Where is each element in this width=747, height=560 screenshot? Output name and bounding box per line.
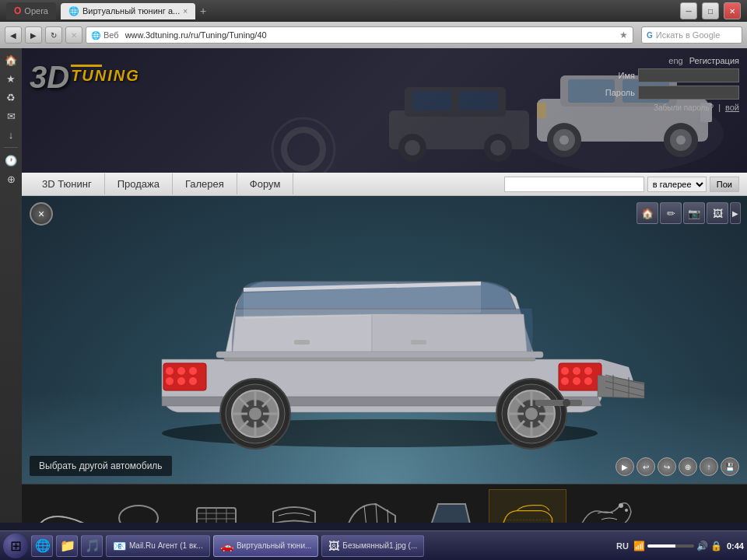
viewer-edit-button[interactable]: ✏ xyxy=(660,202,682,224)
part-packages[interactable]: Пакеты xyxy=(489,489,566,523)
nav-forum[interactable]: Форум xyxy=(237,173,294,194)
tuning-icon: 🚗 xyxy=(220,540,233,552)
part-airbrush[interactable]: Аэрография xyxy=(566,490,644,523)
nav-gallery[interactable]: Галерея xyxy=(173,173,237,194)
tab-opera-label: Opera xyxy=(24,6,48,16)
search-engine-icon: G xyxy=(647,31,653,40)
logo-3d-text: 3D TUNING xyxy=(30,60,140,95)
part-radiator[interactable]: Радиатор xyxy=(177,490,255,523)
svg-point-38 xyxy=(573,377,580,385)
part-air-top-icon xyxy=(267,496,321,523)
part-tint[interactable]: Тонировка стекол xyxy=(411,490,489,523)
search-button[interactable]: Пои xyxy=(710,177,739,192)
username-input[interactable] xyxy=(638,68,739,82)
close-tab-button[interactable]: × xyxy=(183,7,188,16)
viewer-play-button[interactable]: ▶ xyxy=(615,457,634,476)
logo-tuning: TUNING xyxy=(71,67,140,85)
close-window-button[interactable]: ✕ xyxy=(724,2,741,19)
minimize-button[interactable]: ─ xyxy=(680,2,697,19)
viewer-zoom-button[interactable]: ⊕ xyxy=(679,457,697,476)
viewer-share-button[interactable]: ↑ xyxy=(700,457,718,476)
bookmark-icon[interactable]: ★ xyxy=(619,30,628,40)
sidebar-add-icon[interactable]: ⊕ xyxy=(2,170,19,187)
viewer-gallery-button[interactable]: 🖼 xyxy=(707,202,728,224)
browser-navbar: ◀ ▶ ↻ ✕ 🌐 Веб www.3dtuning.ru/ru/Tuning/… xyxy=(0,22,747,48)
back-button[interactable]: ◀ xyxy=(5,26,22,44)
new-tab-button[interactable]: + xyxy=(200,5,206,17)
address-text: www.3dtuning.ru/ru/Tuning/Tuning/40 xyxy=(125,30,267,40)
sidebar-divider xyxy=(4,147,18,148)
close-viewer-button[interactable]: × xyxy=(30,202,53,226)
taskbar-app-mailru[interactable]: 📧 Mail.Ru Агент (1 вк... xyxy=(106,535,210,557)
viewer-save-button[interactable]: 💾 xyxy=(721,457,739,476)
stop-button[interactable]: ✕ xyxy=(65,26,82,44)
tab-opera[interactable]: O Opera xyxy=(6,2,56,19)
register-link[interactable]: Регистрация xyxy=(689,56,739,65)
taskbar-media-icon: 🎵 xyxy=(85,538,100,553)
sidebar-home-icon[interactable]: 🏠 xyxy=(2,51,19,68)
sidebar-downloads-icon[interactable]: ↓ xyxy=(2,126,19,143)
nav-3d-tuning[interactable]: 3D Тюнинг xyxy=(30,173,105,194)
svg-point-28 xyxy=(177,367,185,375)
system-tray: 📶 🔊 🔒 xyxy=(633,541,722,551)
viewer-more-button[interactable]: ▶ xyxy=(730,202,741,224)
reload-button[interactable]: ↻ xyxy=(45,26,62,44)
viewer-camera-button[interactable]: 📷 xyxy=(683,202,705,224)
search-bar[interactable]: G Искать в Google xyxy=(641,26,742,44)
password-row: Пароль xyxy=(605,86,739,100)
website-container: 3D TUNING eng Регистрация Имя Пароль xyxy=(22,48,747,523)
browser-titlebar: O Opera 🌐 Виртуальный тюнинг а... × + ─ … xyxy=(0,0,747,22)
taskbar-app-tuning[interactable]: 🚗 Виртуальный тюни... xyxy=(213,535,318,557)
svg-point-75 xyxy=(119,506,158,523)
sidebar-mail-icon[interactable]: ✉ xyxy=(2,107,19,124)
address-bar[interactable]: 🌐 Веб www.3dtuning.ru/ru/Tuning/Tuning/4… xyxy=(86,26,633,44)
taskbar-quicklaunch-1[interactable]: 🌐 xyxy=(31,535,53,557)
forward-button[interactable]: ▶ xyxy=(25,26,42,44)
site-header: 3D TUNING eng Регистрация Имя Пароль xyxy=(22,48,747,173)
part-mirrors[interactable]: Зеркала xyxy=(100,490,177,523)
taskbar-app-image[interactable]: 🖼 Безымянный1.jpg (... xyxy=(321,535,424,557)
taskbar-app-image-label: Безымянный1.jpg (... xyxy=(342,541,417,550)
volume-slider[interactable] xyxy=(647,544,694,548)
opera-sidebar: 🏠 ★ ♻ ✉ ↓ 🕐 ⊕ xyxy=(0,48,22,523)
car-3d-render xyxy=(100,204,683,453)
svg-rect-73 xyxy=(535,400,582,406)
parts-carousel: Крылья Зеркала xyxy=(22,484,747,523)
tab-active-label: Виртуальный тюнинг а... xyxy=(82,6,180,16)
viewer-home-button[interactable]: 🏠 xyxy=(637,202,658,224)
search-scope-select[interactable]: в галерее xyxy=(647,177,707,192)
tab-active[interactable]: 🌐 Виртуальный тюнинг а... × xyxy=(61,3,195,19)
gallery-search-input[interactable] xyxy=(504,177,644,192)
svg-rect-15 xyxy=(412,91,451,110)
address-prefix: Веб xyxy=(103,30,119,40)
svg-point-22 xyxy=(284,130,323,169)
tab-favicon: 🌐 xyxy=(68,6,79,16)
svg-point-62 xyxy=(525,408,538,420)
svg-rect-25 xyxy=(216,352,543,358)
viewer-rotate-right-button[interactable]: ↪ xyxy=(658,457,676,476)
svg-point-7 xyxy=(559,135,569,145)
viewer-rotate-left-button[interactable]: ↩ xyxy=(637,457,655,476)
svg-rect-72 xyxy=(411,340,426,345)
sidebar-history-icon[interactable]: ♻ xyxy=(2,89,19,106)
logo-3d: 3D xyxy=(30,60,69,95)
forgot-password-link[interactable]: Забыли пароль? xyxy=(654,103,714,112)
start-button[interactable]: ⊞ xyxy=(3,534,28,558)
login-link[interactable]: вой xyxy=(725,103,739,112)
maximize-button[interactable]: □ xyxy=(702,2,719,19)
sidebar-bookmarks-icon[interactable]: ★ xyxy=(2,70,19,87)
nav-sales[interactable]: Продажа xyxy=(105,173,173,194)
svg-rect-12 xyxy=(537,103,546,118)
password-input[interactable] xyxy=(638,86,739,100)
taskbar-quicklaunch-3[interactable]: 🎵 xyxy=(81,535,103,557)
svg-point-18 xyxy=(405,140,420,156)
select-car-button[interactable]: Выбрать другой автомобиль xyxy=(30,456,172,476)
part-hood-vent[interactable]: Воздух капота xyxy=(333,490,411,523)
site-navigation: 3D Тюнинг Продажа Галерея Форум в галере… xyxy=(22,173,747,196)
sidebar-time-icon[interactable]: 🕐 xyxy=(2,152,19,169)
svg-rect-71 xyxy=(294,340,310,345)
part-air-top[interactable]: Воздух верхний xyxy=(255,490,333,523)
taskbar-quicklaunch-2[interactable]: 📁 xyxy=(56,535,78,557)
car-viewer: × 🏠 ✏ 📷 🖼 ▶ Выбрать другой автомобиль ▶ … xyxy=(22,196,747,484)
part-wings[interactable]: Крылья xyxy=(22,490,100,523)
